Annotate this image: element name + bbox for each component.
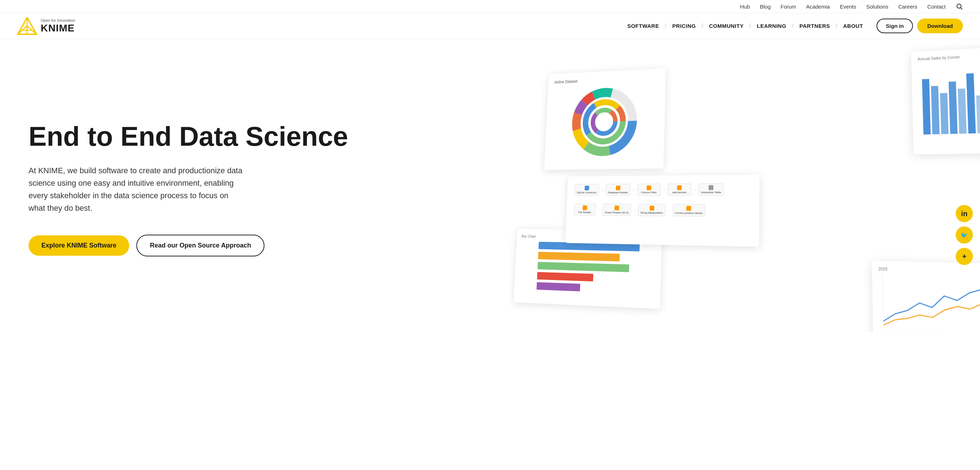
social-sidebar: in 🐦 +: [956, 205, 973, 265]
nav-community[interactable]: COMMUNITY: [706, 20, 747, 32]
bar-label: [520, 265, 535, 265]
svg-rect-31: [966, 73, 976, 134]
workflow-node: File Reader: [574, 204, 596, 215]
bar-fill: [537, 272, 593, 281]
nav-about[interactable]: ABOUT: [840, 20, 867, 32]
nav-software[interactable]: SOFTWARE: [624, 20, 663, 32]
wf-arrow: →: [662, 188, 666, 192]
search-icon[interactable]: [956, 3, 963, 10]
nav-hub[interactable]: Hub: [740, 3, 750, 10]
workflow-node: Interactive Table: [698, 183, 724, 196]
wf-arrow: →: [633, 208, 636, 212]
line-chart-card: 2029: [872, 260, 980, 332]
wf-arrow: →: [632, 188, 635, 192]
bar-label: [520, 275, 535, 276]
wf-arrow: →: [693, 188, 697, 192]
bar-row-3: [520, 261, 655, 273]
svg-line-34: [883, 274, 884, 329]
nav-pricing[interactable]: PRICING: [669, 20, 700, 32]
explore-button[interactable]: Explore KNIME Software: [29, 235, 129, 256]
nav-sep-3: /: [749, 22, 752, 30]
hero-visualization: Airline Dataset: [510, 39, 980, 332]
bar-label: [519, 285, 534, 286]
donut-chart-title: Airline Dataset: [554, 75, 660, 84]
bar-label: [521, 245, 536, 245]
download-button[interactable]: Download: [917, 19, 963, 33]
nav-sep-2: /: [701, 22, 704, 30]
nav-items: SOFTWARE / PRICING / COMMUNITY / LEARNIN…: [624, 20, 867, 32]
svg-rect-29: [948, 81, 958, 134]
column-chart-title: Annual Sales by Corner: [918, 53, 980, 61]
logo[interactable]: Open for Innovation KNIME: [17, 17, 75, 35]
twitter-icon: 🐦: [961, 232, 968, 239]
line-chart-title: 2029: [878, 267, 980, 274]
workflow-node: SQLite Connector: [574, 184, 599, 196]
dashboard-mockup: Airline Dataset: [512, 43, 980, 332]
bar-row-5: [519, 281, 655, 294]
nav-events[interactable]: Events: [840, 3, 856, 10]
hero-section: End to End Data Science At KNIME, we bui…: [0, 39, 980, 332]
workflow-node: Correct product names: [673, 204, 706, 217]
hero-description: At KNIME, we build software to create an…: [29, 164, 243, 215]
nav-sep-1: /: [664, 22, 667, 30]
nav-careers[interactable]: Careers: [898, 3, 917, 10]
workflow-node: Column Filter: [637, 183, 660, 196]
nav-blog[interactable]: Blog: [760, 3, 770, 10]
knime-logo-icon: [17, 17, 37, 35]
nav-forum[interactable]: Forum: [781, 3, 796, 10]
more-button[interactable]: +: [956, 248, 973, 265]
svg-point-25: [597, 115, 610, 129]
signin-button[interactable]: Sign in: [877, 19, 913, 33]
column-chart-card: Annual Sales by Corner: [911, 47, 980, 155]
nav-contact[interactable]: Contact: [927, 3, 946, 10]
nav-partners[interactable]: PARTNERS: [796, 20, 833, 32]
hero-buttons: Explore KNIME Software Read our Open Sou…: [29, 235, 488, 257]
workflow-node: Add domain: [668, 183, 692, 196]
linkedin-icon: in: [961, 210, 967, 218]
workflow-node: Knear Roaster (KLS): [602, 204, 631, 216]
bar-fill: [538, 262, 629, 272]
workflow-node: String Manipulation: [638, 204, 666, 216]
svg-rect-28: [940, 93, 948, 134]
twitter-button[interactable]: 🐦: [956, 226, 973, 244]
svg-rect-30: [958, 89, 967, 134]
svg-rect-32: [976, 96, 980, 133]
wf-arrow: →: [601, 188, 604, 191]
workflow-node: Database Reader: [606, 184, 631, 196]
svg-point-0: [957, 4, 961, 8]
logo-tagline: Open for Innovation: [41, 18, 75, 22]
bar-fill: [538, 252, 620, 261]
donut-chart-card: Airline Dataset: [544, 68, 666, 170]
svg-rect-26: [922, 79, 931, 135]
workflow-nodes: SQLite Connector → Database Reader →: [572, 180, 754, 199]
nav-sep-4: /: [791, 22, 794, 30]
hero-title: End to End Data Science: [29, 121, 488, 151]
column-chart: [918, 61, 980, 139]
svg-rect-27: [931, 86, 940, 134]
nav-academia[interactable]: Academia: [806, 3, 830, 10]
linkedin-button[interactable]: in: [956, 205, 973, 222]
svg-line-1: [961, 8, 963, 10]
opensource-button[interactable]: Read our Open Source Approach: [136, 235, 264, 257]
bar-fill: [536, 282, 580, 292]
line-chart: [878, 274, 980, 332]
main-navigation: Open for Innovation KNIME SOFTWARE / PRI…: [0, 13, 980, 39]
workflow-card: SQLite Connector → Database Reader →: [565, 175, 759, 247]
bar-chart-rows: [519, 241, 656, 294]
svg-line-33: [883, 329, 980, 332]
hero-content: End to End Data Science At KNIME, we bui…: [0, 39, 510, 332]
wf-arrow: →: [597, 208, 601, 212]
plus-icon: +: [962, 252, 966, 261]
bar-row-4: [520, 271, 655, 284]
donut-chart: [550, 84, 659, 159]
top-navigation: Hub Blog Forum Academia Events Solutions…: [0, 0, 980, 13]
bar-row-2: [520, 252, 656, 263]
nav-solutions[interactable]: Solutions: [866, 3, 888, 10]
wf-arrow: →: [667, 208, 671, 212]
nav-learning[interactable]: LEARNING: [753, 20, 790, 32]
nav-sep-5: /: [835, 22, 838, 30]
logo-name: KNIME: [41, 22, 75, 34]
bar-label: [521, 255, 536, 255]
workflow-nodes-2: File Reader → Knear Roaster (KLS) →: [571, 201, 753, 220]
